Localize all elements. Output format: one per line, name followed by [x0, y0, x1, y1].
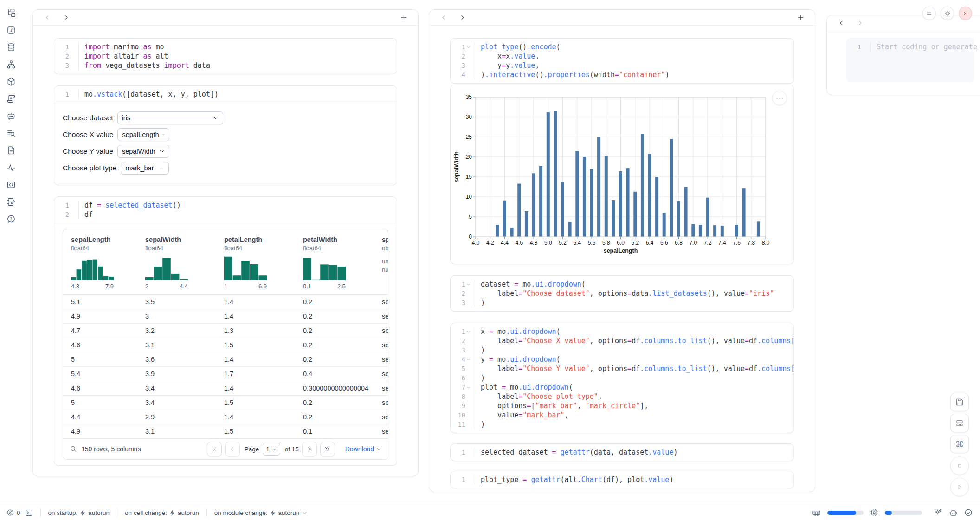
- code-line[interactable]: 1plot_type = getattr(alt.Chart(df), plot…: [451, 475, 793, 484]
- close-icon[interactable]: [959, 7, 972, 20]
- code-line[interactable]: 9 options=["mark_bar", "mark_circle"],: [451, 401, 793, 410]
- code-line[interactable]: 11): [451, 420, 793, 429]
- code-line[interactable]: 10 value="mark_bar",: [451, 410, 793, 420]
- logs-search-icon[interactable]: [6, 128, 17, 139]
- scratchpad-icon[interactable]: [6, 196, 17, 208]
- save-icon[interactable]: [950, 393, 969, 411]
- first-page-button[interactable]: [207, 442, 222, 456]
- terminal-icon[interactable]: [25, 509, 33, 517]
- code-line[interactable]: 3 y=y.value,: [451, 61, 793, 70]
- assistant-bot-icon[interactable]: [949, 508, 958, 517]
- cell-selected-dataset[interactable]: 1selected_dataset = getattr(data, datase…: [450, 443, 794, 461]
- code-line[interactable]: 1import marimo as mo: [54, 42, 397, 52]
- ai-sparkles-icon[interactable]: [934, 508, 942, 517]
- code-line[interactable]: 8 label="Choose plot type",: [451, 392, 793, 401]
- scripts-icon[interactable]: [6, 93, 17, 104]
- column-prev-icon[interactable]: [41, 12, 53, 24]
- svg-text:4.6: 4.6: [515, 240, 523, 246]
- add-cell-icon[interactable]: [794, 12, 806, 24]
- generate-with-ai-link[interactable]: generate: [944, 43, 977, 51]
- code-line[interactable]: 4y = mo.ui.dropdown(: [451, 355, 793, 364]
- dropdown-select[interactable]: sepalLength: [117, 128, 169, 141]
- lightning-icon: [271, 510, 276, 516]
- on-cell-change-config[interactable]: on cell change: autorun: [125, 509, 199, 516]
- download-button[interactable]: Download: [345, 445, 381, 453]
- cell-vstack[interactable]: 1mo.vstack([dataset, x, y, plot]) Choose…: [54, 85, 397, 185]
- check-circle-icon[interactable]: [964, 508, 973, 517]
- settings-gear-icon[interactable]: [941, 7, 954, 20]
- code-line[interactable]: 2import altair as alt: [54, 52, 397, 61]
- code-editor-selected[interactable]: 1selected_dataset = getattr(data, datase…: [451, 444, 793, 461]
- code-line[interactable]: 6): [451, 373, 793, 383]
- next-page-button[interactable]: [302, 442, 317, 456]
- code-line[interactable]: 1plot_type().encode(: [451, 42, 793, 52]
- code-line[interactable]: 1mo.vstack([dataset, x, y, plot]): [54, 90, 397, 99]
- code-line[interactable]: 1selected_dataset = getattr(data, datase…: [451, 448, 793, 457]
- column-next-icon[interactable]: [456, 12, 468, 24]
- layout-grid-icon[interactable]: [950, 414, 969, 432]
- dropdown-select[interactable]: iris: [117, 111, 223, 124]
- code-editor-plot[interactable]: 1plot_type().encode(2 x=x.value,3 y=y.va…: [451, 39, 793, 83]
- cell-plot[interactable]: 1plot_type().encode(2 x=x.value,3 y=y.va…: [450, 38, 794, 84]
- cell-dataset-dropdown[interactable]: 1dataset = mo.ui.dropdown(2 label="Choos…: [450, 275, 794, 312]
- column-header: sepalLengthfloat644.37.9: [71, 235, 145, 291]
- column-next-icon[interactable]: [60, 12, 72, 24]
- chart-menu-icon[interactable]: [772, 91, 787, 105]
- menu-icon[interactable]: [922, 7, 936, 20]
- database-icon[interactable]: [6, 42, 17, 53]
- code-line[interactable]: 3): [451, 345, 793, 355]
- code-line[interactable]: 7plot = mo.ui.dropdown(: [451, 383, 793, 392]
- column-prev-icon[interactable]: [438, 12, 450, 24]
- code-line[interactable]: 1dataset = mo.ui.dropdown(: [451, 280, 793, 289]
- snippets-icon[interactable]: [6, 179, 17, 190]
- functions-icon[interactable]: f: [6, 25, 17, 36]
- cell-imports[interactable]: 1import marimo as mo2import altair as al…: [54, 38, 397, 74]
- add-cell-icon[interactable]: [398, 12, 410, 24]
- table-cell: 4.9: [71, 424, 145, 438]
- column-prev-icon[interactable]: [835, 17, 847, 29]
- search-icon[interactable]: [70, 445, 77, 453]
- on-module-change-config[interactable]: on module change: autorun: [214, 509, 308, 516]
- dependency-graph-icon[interactable]: [6, 59, 17, 70]
- empty-cell-editor[interactable]: 1 Start coding or generate with: [846, 38, 974, 82]
- code-editor-vstack[interactable]: 1mo.vstack([dataset, x, y, plot]): [54, 86, 397, 103]
- code-editor-df[interactable]: 1df = selected_dataset()2df: [54, 197, 397, 223]
- dropdown-select[interactable]: sepalWidth: [117, 145, 169, 158]
- cell-plot-type[interactable]: 1plot_type = getattr(alt.Chart(df), plot…: [450, 471, 794, 488]
- errors-indicator[interactable]: 0: [6, 509, 20, 516]
- code-line[interactable]: 1x = mo.ui.dropdown(: [451, 327, 793, 336]
- file-tree-icon[interactable]: [6, 7, 17, 19]
- code-editor-plot-type[interactable]: 1plot_type = getattr(alt.Chart(df), plot…: [451, 471, 793, 488]
- code-line[interactable]: 5 label="Choose Y value", options=df.col…: [451, 364, 793, 373]
- code-line[interactable]: 2 x=x.value,: [451, 52, 793, 61]
- on-startup-config[interactable]: on startup: autorun: [48, 509, 110, 516]
- code-line[interactable]: 2 label="Choose dataset", options=data.l…: [451, 289, 793, 298]
- packages-icon[interactable]: [6, 76, 17, 87]
- code-editor-dataset[interactable]: 1dataset = mo.ui.dropdown(2 label="Choos…: [451, 276, 793, 311]
- dropdown-select[interactable]: mark_bar: [121, 162, 169, 175]
- cell-xy-plot-dropdowns[interactable]: 1x = mo.ui.dropdown(2 label="Choose X va…: [450, 323, 794, 433]
- chat-bot-icon[interactable]: [6, 111, 17, 122]
- documentation-icon[interactable]: [6, 145, 17, 156]
- run-icon[interactable]: [950, 478, 969, 496]
- table-row: 4.73.21.30.2setos: [63, 324, 388, 338]
- stop-icon[interactable]: [950, 456, 969, 475]
- tracing-icon[interactable]: [6, 162, 17, 173]
- cpu-usage-bar: [885, 511, 922, 515]
- svg-text:sepalLength: sepalLength: [604, 247, 638, 254]
- code-editor-xyplot[interactable]: 1x = mo.ui.dropdown(2 label="Choose X va…: [451, 323, 793, 433]
- help-icon[interactable]: ?: [6, 214, 17, 225]
- last-page-button[interactable]: [320, 442, 335, 456]
- code-line[interactable]: 1df = selected_dataset(): [54, 201, 397, 210]
- code-editor-imports[interactable]: 1import marimo as mo2import altair as al…: [54, 39, 397, 74]
- code-line[interactable]: 2df: [54, 210, 397, 219]
- code-line[interactable]: 3): [451, 298, 793, 307]
- code-line[interactable]: 3from vega_datasets import data: [54, 61, 397, 70]
- column-next-icon[interactable]: [854, 17, 866, 29]
- page-select[interactable]: 1: [263, 443, 280, 456]
- code-line[interactable]: 4).interactive().properties(width="conta…: [451, 70, 793, 79]
- cell-dataframe[interactable]: 1df = selected_dataset()2df sepalLengthf…: [54, 196, 397, 466]
- prev-page-button[interactable]: [225, 442, 240, 456]
- keyboard-shortcuts-icon[interactable]: ⌘: [950, 435, 969, 453]
- code-line[interactable]: 2 label="Choose X value", options=df.col…: [451, 336, 793, 345]
